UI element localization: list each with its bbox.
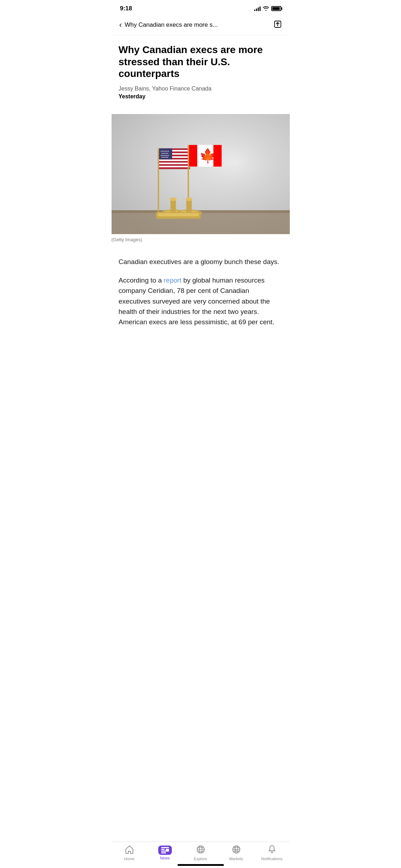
article-container: Why Canadian execs are more stressed tha…	[112, 35, 290, 385]
svg-rect-18	[159, 161, 190, 162]
wifi-icon	[263, 6, 269, 12]
battery-icon	[271, 6, 281, 11]
nav-label-explore: Explore	[194, 857, 207, 861]
svg-rect-19	[159, 162, 190, 164]
nav-item-explore[interactable]: Explore	[183, 845, 219, 861]
article-date: Yesterday	[119, 93, 283, 100]
bell-icon	[268, 845, 276, 856]
article-byline: Jessy Bains, Yahoo Finance Canada	[119, 86, 283, 92]
home-indicator	[178, 864, 224, 866]
svg-rect-42	[161, 852, 166, 853]
article-header: Why Canadian execs are more stressed tha…	[112, 35, 290, 114]
report-link[interactable]: report	[164, 277, 181, 284]
svg-rect-17	[159, 159, 190, 161]
news-icon	[158, 846, 172, 855]
nav-label-notifications: Notifications	[261, 857, 283, 861]
share-icon	[273, 20, 282, 29]
article-image-container: ★★★★★★ ★★★★★ ★★★★★★ ★★★★★ 🍁	[112, 114, 290, 248]
markets-icon	[232, 845, 241, 856]
flags-illustration: ★★★★★★ ★★★★★ ★★★★★★ ★★★★★ 🍁	[112, 114, 290, 234]
status-time: 9:18	[120, 5, 132, 12]
nav-item-markets[interactable]: Markets	[219, 845, 254, 861]
status-icons	[254, 6, 281, 12]
svg-rect-30	[189, 145, 197, 167]
nav-label-news: News	[160, 856, 170, 860]
svg-rect-40	[161, 849, 165, 850]
article-body: Canadian executives are a gloomy bunch t…	[112, 248, 290, 342]
svg-rect-9	[158, 148, 159, 212]
svg-text:🍁: 🍁	[199, 148, 217, 164]
svg-rect-35	[186, 199, 191, 214]
svg-rect-39	[161, 847, 169, 848]
share-button[interactable]	[272, 19, 283, 31]
svg-text:★★★★★★: ★★★★★★	[160, 154, 169, 156]
nav-item-notifications[interactable]: Notifications	[254, 845, 290, 861]
svg-rect-22	[159, 167, 190, 169]
svg-rect-21	[159, 166, 190, 167]
nav-label-markets: Markets	[229, 857, 243, 861]
svg-text:★★★★★: ★★★★★	[161, 156, 169, 158]
svg-text:★★★★★★: ★★★★★★	[160, 150, 169, 152]
status-bar: 9:18	[112, 0, 290, 15]
svg-rect-20	[159, 164, 190, 166]
article-para-1: Canadian executives are a gloomy bunch t…	[119, 257, 283, 267]
home-icon	[125, 845, 134, 856]
svg-text:★★★★★: ★★★★★	[161, 153, 169, 154]
back-chevron-icon: ‹	[119, 20, 122, 30]
nav-item-news[interactable]: News	[147, 846, 183, 860]
svg-point-8	[170, 197, 176, 201]
article-image: ★★★★★★ ★★★★★ ★★★★★★ ★★★★★ 🍁	[112, 114, 290, 234]
nav-header: ‹ Why Canadian execs are more s...	[112, 15, 290, 35]
nav-label-home: Home	[124, 857, 134, 861]
article-headline: Why Canadian execs are more stressed tha…	[119, 44, 283, 80]
explore-icon	[196, 845, 205, 856]
svg-point-36	[185, 197, 192, 201]
article-para-2: According to a report by global human re…	[119, 275, 283, 327]
para2-pre: According to a	[119, 277, 164, 284]
back-button[interactable]: ‹	[118, 19, 123, 31]
svg-rect-43	[166, 849, 169, 852]
signal-icon	[254, 6, 261, 11]
image-caption: (Getty Images)	[112, 234, 290, 248]
svg-rect-38	[158, 213, 199, 216]
svg-rect-7	[170, 199, 176, 214]
nav-title: Why Canadian execs are more s...	[125, 21, 272, 29]
nav-item-home[interactable]: Home	[112, 845, 147, 861]
